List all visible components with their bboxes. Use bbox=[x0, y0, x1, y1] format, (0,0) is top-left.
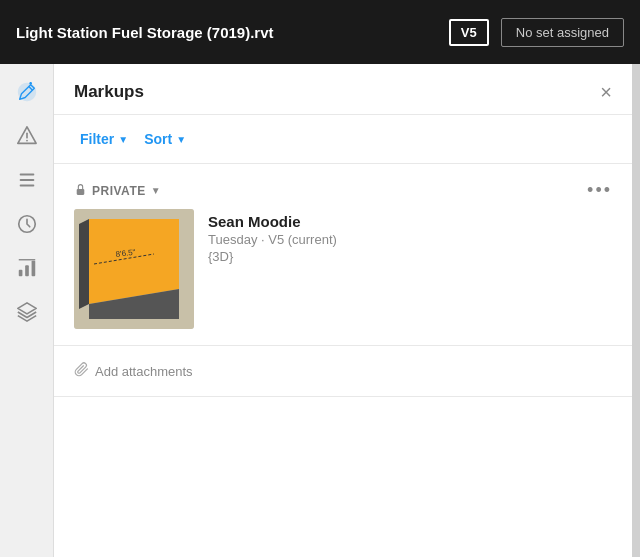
svg-rect-6 bbox=[25, 265, 29, 276]
svg-rect-2 bbox=[19, 179, 34, 181]
close-button[interactable]: × bbox=[600, 82, 612, 102]
markup-list: PRIVATE ▼ ••• bbox=[54, 164, 632, 557]
sort-button[interactable]: Sort ▼ bbox=[138, 127, 192, 151]
markup-card: PRIVATE ▼ ••• bbox=[54, 164, 632, 346]
svg-rect-3 bbox=[19, 185, 34, 187]
svg-rect-5 bbox=[18, 270, 22, 276]
add-attachments-label: Add attachments bbox=[95, 364, 193, 379]
no-set-button[interactable]: No set assigned bbox=[501, 18, 624, 47]
markups-panel: Markups × Filter ▼ Sort ▼ bbox=[54, 64, 632, 557]
svg-rect-7 bbox=[31, 261, 35, 277]
svg-point-0 bbox=[26, 140, 28, 142]
card-top-row: PRIVATE ▼ ••• bbox=[74, 180, 612, 201]
filter-label: Filter bbox=[80, 131, 114, 147]
sidebar bbox=[0, 64, 54, 557]
svg-rect-1 bbox=[19, 174, 34, 176]
sort-dropdown-arrow: ▼ bbox=[176, 134, 186, 145]
app-header: Light Station Fuel Storage (7019).rvt V5… bbox=[0, 0, 640, 64]
filter-dropdown-arrow: ▼ bbox=[118, 134, 128, 145]
sidebar-item-history[interactable] bbox=[7, 204, 47, 244]
main-area: Markups × Filter ▼ Sort ▼ bbox=[0, 64, 640, 557]
right-gutter bbox=[632, 64, 640, 557]
card-view: {3D} bbox=[208, 249, 337, 264]
layers-icon bbox=[16, 301, 38, 323]
privacy-dropdown-arrow: ▼ bbox=[151, 185, 161, 196]
paperclip-icon bbox=[74, 362, 89, 380]
sidebar-item-chart[interactable] bbox=[7, 248, 47, 288]
card-body: 8'6.5" Sean Moodie Tuesday · V5 (current… bbox=[74, 209, 612, 329]
sidebar-item-alert[interactable] bbox=[7, 116, 47, 156]
sort-label: Sort bbox=[144, 131, 172, 147]
more-options-button[interactable]: ••• bbox=[587, 180, 612, 201]
clock-icon bbox=[16, 213, 38, 235]
panel-header: Markups × bbox=[54, 64, 632, 115]
sidebar-item-list[interactable] bbox=[7, 160, 47, 200]
filter-button[interactable]: Filter ▼ bbox=[74, 127, 134, 151]
lock-icon bbox=[74, 183, 87, 199]
markup-thumbnail: 8'6.5" bbox=[74, 209, 194, 329]
svg-marker-12 bbox=[79, 219, 89, 309]
panel-title: Markups bbox=[74, 82, 144, 102]
sidebar-item-markup[interactable] bbox=[7, 72, 47, 112]
sidebar-item-layers[interactable] bbox=[7, 292, 47, 332]
document-title: Light Station Fuel Storage (7019).rvt bbox=[16, 24, 437, 41]
card-info: Sean Moodie Tuesday · V5 (current) {3D} bbox=[208, 209, 337, 264]
privacy-label: PRIVATE bbox=[92, 184, 146, 198]
svg-rect-8 bbox=[77, 188, 85, 194]
filter-sort-bar: Filter ▼ Sort ▼ bbox=[54, 115, 632, 164]
chart-icon bbox=[16, 257, 38, 279]
card-author: Sean Moodie bbox=[208, 213, 337, 230]
privacy-badge: PRIVATE ▼ bbox=[74, 183, 161, 199]
markup-icon bbox=[16, 81, 38, 103]
alert-icon bbox=[16, 125, 38, 147]
add-attachments-row[interactable]: Add attachments bbox=[54, 346, 632, 397]
version-button[interactable]: V5 bbox=[449, 19, 489, 46]
list-icon bbox=[16, 169, 38, 191]
card-meta: Tuesday · V5 (current) bbox=[208, 232, 337, 247]
